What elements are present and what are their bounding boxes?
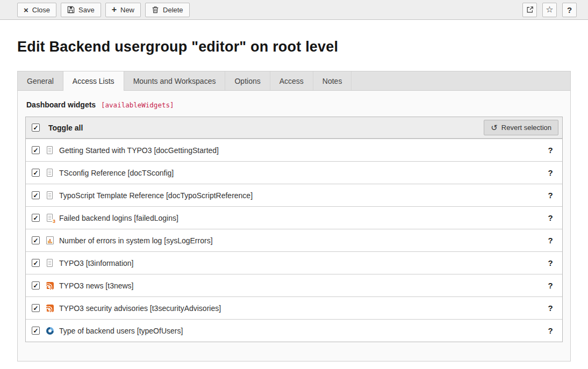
row-checkbox[interactable]: ✓: [32, 214, 40, 222]
row-help-icon[interactable]: ?: [544, 281, 556, 290]
revert-selection-label: Revert selection: [501, 124, 551, 132]
row-checkbox[interactable]: ✓: [32, 191, 40, 199]
widget-label: TYPO3 [t3information]: [59, 259, 134, 267]
field-code-name: [availableWidgets]: [101, 101, 174, 109]
widget-row: ✓ TYPO3 news [t3news] ?: [26, 274, 562, 296]
new-button-label: New: [120, 6, 134, 14]
widget-doc-icon: [46, 169, 54, 177]
tab-strip: General Access Lists Mounts and Workspac…: [17, 71, 571, 90]
question-icon: ?: [567, 6, 572, 14]
tab-options[interactable]: Options: [225, 71, 270, 90]
row-help-icon[interactable]: ?: [544, 236, 556, 245]
widget-rss-icon: [46, 304, 54, 313]
doc-header-bar: × Close Save + New Delete: [0, 0, 588, 20]
row-checkbox[interactable]: ✓: [32, 327, 40, 335]
widget-number-icon: [46, 214, 54, 222]
widget-bar-chart-icon: [46, 236, 54, 245]
widget-row: ✓ TypoScript Template Reference [docTypo…: [26, 184, 562, 206]
widget-row: ✓ TSconfig Reference [docTSconfig] ?: [26, 161, 562, 184]
widget-row: ✓ Number of errors in system log [sysLog…: [26, 229, 562, 251]
page-title: Edit Backend usergroup "editor" on root …: [17, 38, 571, 56]
field-label: Dashboard widgets [availableWidgets]: [26, 100, 563, 109]
widget-row: ✓ Failed backend logins [failedLogins] ?: [26, 206, 562, 229]
bookmark-button[interactable]: ☆: [542, 3, 557, 17]
save-icon: [67, 6, 75, 13]
widget-selector-list: ✓ Toggle all ↺ Revert selection ✓ Gettin…: [25, 117, 563, 342]
row-checkbox[interactable]: ✓: [32, 236, 40, 244]
widget-rss-icon: [46, 281, 54, 290]
row-help-icon[interactable]: ?: [544, 146, 556, 155]
new-window-icon: [526, 6, 534, 13]
widget-label: Number of errors in system log [sysLogEr…: [59, 236, 213, 245]
help-button[interactable]: ?: [562, 3, 577, 17]
save-button[interactable]: Save: [61, 3, 101, 17]
widget-doc-icon: [46, 259, 54, 267]
doc-header-actions: ☆ ?: [522, 3, 577, 17]
tab-notes[interactable]: Notes: [313, 71, 352, 90]
widget-label: Failed backend logins [failedLogins]: [59, 214, 178, 222]
tab-general[interactable]: General: [18, 71, 63, 90]
tab-access-lists[interactable]: Access Lists: [63, 71, 124, 91]
widget-pie-chart-icon: [46, 327, 54, 335]
toggle-all-checkbox[interactable]: ✓: [32, 124, 40, 132]
widget-label: Getting Started with TYPO3 [docGettingSt…: [59, 146, 219, 155]
save-button-label: Save: [78, 6, 95, 14]
row-help-icon[interactable]: ?: [544, 168, 556, 177]
widget-doc-icon: [46, 191, 54, 200]
row-checkbox[interactable]: ✓: [32, 146, 40, 154]
row-help-icon[interactable]: ?: [544, 258, 556, 267]
widget-label: Type of backend users [typeOfUsers]: [59, 327, 183, 335]
row-checkbox[interactable]: ✓: [32, 169, 40, 177]
widget-row: ✓ TYPO3 [t3information] ?: [26, 251, 562, 274]
row-help-icon[interactable]: ?: [544, 191, 556, 200]
plus-icon: +: [112, 5, 117, 14]
star-icon: ☆: [546, 5, 553, 14]
row-checkbox[interactable]: ✓: [32, 304, 40, 312]
widget-doc-icon: [46, 146, 54, 155]
row-help-icon[interactable]: ?: [544, 213, 556, 222]
revert-selection-button[interactable]: ↺ Revert selection: [484, 120, 558, 135]
close-button[interactable]: × Close: [17, 3, 56, 17]
trash-icon: [152, 6, 159, 13]
revert-icon: ↺: [491, 124, 498, 132]
widget-label: TypoScript Template Reference [docTypoSc…: [59, 191, 253, 200]
row-help-icon[interactable]: ?: [544, 303, 556, 313]
widget-label: TSconfig Reference [docTSconfig]: [59, 169, 174, 177]
new-button[interactable]: + New: [105, 3, 141, 17]
tab-access[interactable]: Access: [270, 71, 313, 90]
field-label-text: Dashboard widgets: [26, 100, 96, 109]
list-header-row: ✓ Toggle all ↺ Revert selection: [26, 117, 562, 139]
row-checkbox[interactable]: ✓: [32, 259, 40, 267]
widget-row: ✓ Getting Started with TYPO3 [docGetting…: [26, 139, 562, 161]
widget-label: TYPO3 news [t3news]: [59, 281, 134, 290]
widget-label: TYPO3 security advisories [t3securityAdv…: [59, 304, 221, 313]
delete-button[interactable]: Delete: [145, 3, 190, 17]
widget-row: ✓ TYPO3 security advisories [t3securityA…: [26, 296, 562, 319]
open-new-window-button[interactable]: [522, 3, 537, 17]
row-checkbox[interactable]: ✓: [32, 281, 40, 290]
row-help-icon[interactable]: ?: [544, 326, 556, 335]
toggle-all-label: Toggle all: [48, 124, 83, 132]
delete-button-label: Delete: [163, 6, 183, 14]
close-icon: ×: [24, 6, 28, 14]
close-button-label: Close: [32, 6, 50, 14]
widget-row: ✓ Type of backend users [typeOfUsers] ?: [26, 319, 562, 342]
tab-mounts-and-workspaces[interactable]: Mounts and Workspaces: [124, 71, 226, 90]
module-body: Edit Backend usergroup "editor" on root …: [0, 38, 588, 361]
tab-panel-access-lists: Dashboard widgets [availableWidgets] ✓ T…: [17, 90, 571, 361]
